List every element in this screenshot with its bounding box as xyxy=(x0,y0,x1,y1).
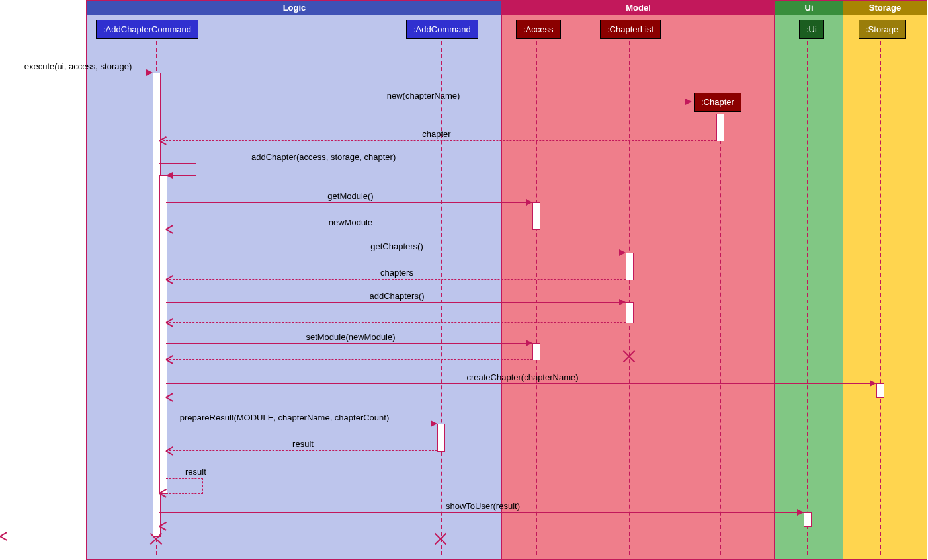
selfmsg-bottom xyxy=(166,175,196,176)
msg-chapter-return-label: chapter xyxy=(422,129,450,139)
arrow-open-icon xyxy=(159,137,166,143)
activation-chapterlist-1 xyxy=(626,253,634,280)
arrow-icon xyxy=(526,199,532,206)
msg-setmodule-return xyxy=(166,359,532,360)
destroy-addchaptercommand xyxy=(148,531,164,547)
msg-final-return xyxy=(0,536,153,537)
lifeline-storage xyxy=(880,41,881,555)
activation-access-2 xyxy=(532,343,540,360)
participant-storage: :Storage xyxy=(859,20,906,39)
region-ui: Ui xyxy=(774,0,844,560)
msg-prepareresult xyxy=(166,424,437,425)
destroy-addcommand xyxy=(433,531,448,547)
msg-addchapters-return xyxy=(166,322,626,323)
arrow-icon xyxy=(619,299,626,305)
arrow-open-icon xyxy=(166,225,173,232)
arrow-icon xyxy=(146,69,153,76)
msg-execute xyxy=(0,73,153,74)
region-logic-label: Logic xyxy=(87,1,502,15)
activation-addcommand xyxy=(437,424,445,452)
destroy-chapterlist xyxy=(621,348,637,364)
msg-showtouser-label: showToUser(result) xyxy=(446,501,520,511)
arrow-open-icon xyxy=(166,447,173,454)
msg-result-return xyxy=(166,450,437,452)
arrow-open-icon xyxy=(159,489,166,496)
sequence-diagram: Logic Model Ui Storage :AddChapterComman… xyxy=(0,0,928,560)
msg-addchapter-label: addChapter(access, storage, chapter) xyxy=(251,152,396,162)
msg-newmodule-return xyxy=(166,229,532,230)
participant-addcommand: :AddCommand xyxy=(406,20,478,39)
msg-result-self-label: result xyxy=(185,467,206,477)
participant-addchaptercommand: :AddChapterCommand xyxy=(96,20,198,39)
msg-chapter-return xyxy=(159,140,716,141)
msg-getchapters-label: getChapters() xyxy=(370,241,423,251)
msg-getmodule xyxy=(166,202,532,204)
arrow-open-icon xyxy=(166,393,173,400)
msg-result-label: result xyxy=(292,439,314,449)
arrow-open-icon xyxy=(166,276,173,282)
msg-createchapter xyxy=(166,383,876,385)
msg-setmodule-label: setModule(newModule) xyxy=(306,332,395,342)
arrow-icon xyxy=(685,99,692,105)
msg-chapters-return xyxy=(166,279,626,280)
msg-newmodule-label: newModule xyxy=(329,218,373,227)
region-model-label: Model xyxy=(502,1,775,15)
region-ui-label: Ui xyxy=(775,1,843,15)
msg-showtouser xyxy=(159,512,804,514)
activation-addchaptercommand-inner xyxy=(159,175,167,494)
msg-createchapter-return xyxy=(166,397,876,398)
arrow-open-icon xyxy=(166,319,173,325)
participant-chapter: :Chapter xyxy=(694,93,741,112)
msg-getmodule-label: getModule() xyxy=(327,191,373,201)
msg-createchapter-label: createChapter(chapterName) xyxy=(466,372,578,382)
msg-newchapter-label: new(chapterName) xyxy=(387,91,460,100)
arrow-icon xyxy=(619,249,626,256)
msg-prepareresult-label: prepareResult(MODULE, chapterName, chapt… xyxy=(180,413,389,422)
arrow-icon xyxy=(431,420,437,427)
msg-addchapters xyxy=(166,302,626,303)
arrow-icon xyxy=(526,340,532,346)
lifeline-ui xyxy=(807,41,808,555)
arrow-open-icon xyxy=(166,356,173,362)
msg-setmodule xyxy=(166,343,532,344)
arrow-icon xyxy=(870,380,876,387)
participant-ui: :Ui xyxy=(799,20,824,39)
region-storage-label: Storage xyxy=(843,1,927,15)
msg-chapters-label: chapters xyxy=(380,268,413,278)
msg-addchapters-label: addChapters() xyxy=(369,291,424,301)
lifeline-chapter xyxy=(720,114,721,555)
msg-addchapter-self xyxy=(159,163,196,176)
arrow-open-icon xyxy=(159,522,166,529)
activation-access-1 xyxy=(532,202,540,230)
arrow-icon xyxy=(797,509,804,516)
lifeline-addcommand xyxy=(441,41,442,555)
msg-showtouser-return xyxy=(159,526,804,527)
activation-storage xyxy=(876,383,884,398)
lifeline-access xyxy=(536,41,537,555)
msg-execute-label: execute(ui, access, storage) xyxy=(24,61,132,71)
lifeline-chapterlist xyxy=(629,41,630,555)
participant-chapterlist: :ChapterList xyxy=(600,20,661,39)
activation-ui xyxy=(804,512,812,527)
activation-chapter xyxy=(716,114,724,141)
activation-chapterlist-2 xyxy=(626,302,634,323)
msg-newchapter xyxy=(159,102,692,103)
msg-result-self xyxy=(166,478,203,494)
arrow-open-icon xyxy=(0,532,7,539)
region-storage: Storage xyxy=(843,0,927,560)
participant-access: :Access xyxy=(516,20,561,39)
msg-getchapters xyxy=(166,253,626,254)
